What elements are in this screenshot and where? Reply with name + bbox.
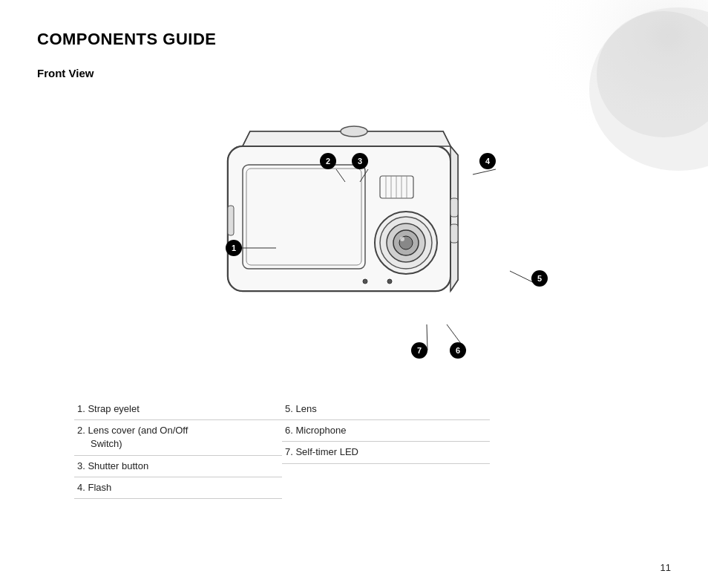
page-title: COMPONENTS GUIDE bbox=[37, 30, 671, 49]
diagram-area: 1 2 3 4 5 6 7 bbox=[161, 94, 547, 376]
legend-item-7: 7. Self-timer LED bbox=[282, 442, 490, 463]
legend-col-left: 1. Strap eyelet 2. Lens cover (and On/Of… bbox=[74, 399, 282, 499]
callout-1: 1 bbox=[226, 240, 242, 256]
legend-item-2: 2. Lens cover (and On/Off Switch) bbox=[74, 420, 282, 455]
camera-diagram bbox=[206, 109, 488, 332]
callout-4: 4 bbox=[479, 153, 496, 169]
svg-rect-24 bbox=[450, 224, 458, 243]
legend-area: 1. Strap eyelet 2. Lens cover (and On/Of… bbox=[74, 399, 671, 499]
svg-rect-23 bbox=[450, 198, 458, 217]
svg-point-21 bbox=[387, 279, 392, 284]
callout-7: 7 bbox=[411, 342, 427, 359]
svg-point-22 bbox=[363, 279, 367, 284]
svg-point-18 bbox=[400, 237, 404, 241]
callout-3: 3 bbox=[352, 153, 368, 169]
callout-2: 2 bbox=[320, 153, 336, 169]
legend-col-right: 5. Lens 6. Microphone 7. Self-timer LED bbox=[282, 399, 490, 499]
page-number: 11 bbox=[661, 562, 671, 573]
callout-5: 5 bbox=[531, 270, 548, 287]
svg-rect-20 bbox=[228, 206, 234, 235]
legend-item-6: 6. Microphone bbox=[282, 420, 490, 442]
legend-item-5: 5. Lens bbox=[282, 399, 490, 420]
section-title: Front View bbox=[37, 67, 671, 79]
legend-item-1: 1. Strap eyelet bbox=[74, 399, 282, 420]
svg-point-19 bbox=[341, 126, 367, 137]
legend-item-4: 4. Flash bbox=[74, 477, 282, 499]
callout-6: 6 bbox=[450, 342, 466, 359]
legend-item-3: 3. Shutter button bbox=[74, 456, 282, 477]
